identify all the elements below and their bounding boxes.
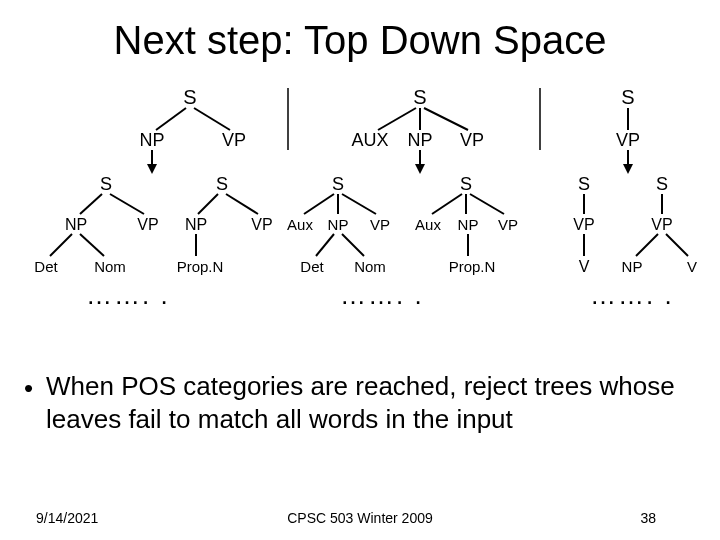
ellipsis-2: ……. .: [340, 280, 424, 311]
node-s: S: [656, 174, 668, 194]
bullet-content: When POS categories are reached, reject …: [46, 371, 675, 434]
bullet-icon: •: [24, 372, 33, 405]
node-vp: VP: [651, 216, 672, 233]
footer-page: 38: [640, 510, 656, 526]
svg-line-33: [636, 234, 658, 256]
slide-title: Next step: Top Down Space: [0, 18, 720, 63]
bullet-text: • When POS categories are reached, rejec…: [46, 370, 686, 435]
slide: Next step: Top Down Space S NP VP S AUX …: [0, 0, 720, 540]
ellipsis-1: ……. .: [86, 280, 170, 311]
node-np: NP: [622, 258, 643, 275]
ellipsis-3: ……. .: [590, 280, 674, 311]
node-v: V: [687, 258, 697, 275]
svg-line-34: [666, 234, 688, 256]
footer-course: CPSC 503 Winter 2009: [0, 510, 720, 526]
tree-diagram-area: S NP VP S AUX NP VP S VP: [0, 80, 720, 340]
